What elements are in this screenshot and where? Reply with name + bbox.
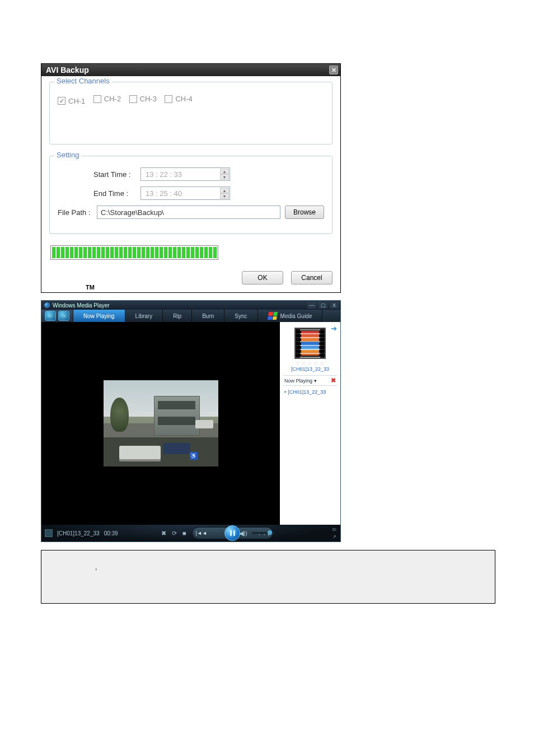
clear-playlist-icon[interactable]: ✖ [331, 377, 336, 384]
start-time-label: Start Time : [58, 170, 140, 179]
setting-legend: Setting [54, 151, 81, 159]
channel-ch1[interactable]: ✓ CH-1 [58, 97, 85, 105]
file-path-row: File Path : Browse [58, 206, 324, 219]
visualization-icon[interactable] [45, 529, 53, 537]
end-time-input[interactable]: 13 : 25 : 40 ▲ ▼ [140, 186, 230, 200]
play-pause-button[interactable] [224, 525, 240, 541]
previous-button[interactable]: |◄◄ [196, 530, 207, 536]
minimize-button[interactable]: — [307, 302, 316, 309]
progress-fill [52, 247, 217, 258]
now-playing-sidebar: ➔ ☆☆☆☆☆ [CH01]13_22_33 Now Playing ▾ ✖ [… [280, 322, 340, 525]
checkbox-icon[interactable]: ✓ [58, 97, 65, 105]
media-player-window: Windows Media Player — ▢ X ← → Now Playi… [41, 300, 341, 542]
channel-label: CH-3 [140, 95, 157, 103]
tm-mark: TM [86, 284, 95, 291]
sidebar-expand-icon[interactable]: ➔ [331, 324, 337, 333]
stray-comma: , [95, 563, 97, 571]
wmp-stage: ♿ ➔ ☆☆☆☆☆ [CH01]13_22_33 Now Playing ▾ ✖… [41, 322, 340, 525]
end-time-row: End Time : 13 : 25 : 40 ▲ ▼ [58, 186, 324, 200]
nav-buttons: ← → [41, 310, 73, 322]
corner-resize-icon[interactable]: ↗ [332, 534, 337, 539]
stop-button[interactable]: ■ [182, 530, 186, 536]
handicap-marker-icon: ♿ [190, 452, 198, 460]
end-time-label: End Time : [58, 189, 140, 198]
channel-label: CH-1 [68, 97, 85, 105]
spin-up-icon[interactable]: ▲ [220, 169, 229, 174]
chevron-down-icon: ▾ [314, 378, 317, 384]
maximize-button[interactable]: ▢ [318, 302, 327, 309]
pause-icon [230, 530, 235, 536]
window-close-button[interactable]: X [330, 302, 339, 309]
volume-knob[interactable] [268, 530, 272, 535]
checkbox-icon[interactable] [129, 95, 137, 103]
select-channels-legend: Select Channels [54, 77, 112, 85]
wmp-titlebar: Windows Media Player — ▢ X [41, 301, 340, 310]
volume-area: ◀)) [239, 525, 274, 542]
album-art-thumb[interactable] [294, 328, 326, 359]
tab-sync[interactable]: Sync [224, 310, 257, 322]
wmp-tabs: Now Playing Library Rip Burn Sync Media … [73, 310, 340, 322]
corner-top[interactable]: D: [332, 527, 337, 532]
channel-label: CH-2 [104, 95, 121, 103]
file-path-label: File Path : [58, 208, 97, 217]
thumb-label: [CH01]13_22_33 [283, 366, 337, 372]
spin-down-icon[interactable]: ▼ [220, 193, 229, 199]
spin-down-icon[interactable]: ▼ [220, 174, 229, 180]
cancel-button[interactable]: Cancel [291, 271, 332, 284]
backup-progress-bar [50, 245, 218, 260]
now-playing-dropdown[interactable]: Now Playing ▾ [284, 378, 317, 384]
wmp-toolbar: ← → Now Playing Library Rip Burn Sync Me… [41, 310, 340, 322]
start-time-row: Start Time : 13 : 22 : 33 ▲ ▼ [58, 167, 324, 181]
checkbox-icon[interactable] [165, 95, 172, 103]
rating-stars[interactable]: ☆☆☆☆☆ [283, 360, 337, 366]
wmp-app-title: Windows Media Player [53, 302, 110, 309]
channel-ch4[interactable]: CH-4 [165, 95, 192, 103]
channel-ch3[interactable]: CH-3 [129, 95, 157, 103]
tab-rip[interactable]: Rip [163, 310, 192, 322]
select-channels-group: Select Channels ✓ CH-1 CH-2 CH-3 CH-4 [49, 82, 332, 144]
avi-titlebar: AVI Backup ✕ [41, 64, 340, 76]
tab-media-guide[interactable]: Media Guide [258, 310, 323, 322]
channel-ch2[interactable]: CH-2 [93, 95, 121, 103]
tab-burn[interactable]: Burn [192, 310, 224, 322]
tab-now-playing[interactable]: Now Playing [73, 310, 125, 322]
browse-button[interactable]: Browse [285, 206, 324, 219]
video-canvas[interactable]: ♿ [41, 322, 280, 525]
avi-title: AVI Backup [46, 66, 89, 74]
file-path-input[interactable] [97, 206, 280, 219]
now-playing-header: Now Playing ▾ ✖ [283, 375, 337, 386]
ok-button[interactable]: OK [242, 271, 283, 284]
tab-media-guide-label: Media Guide [280, 313, 312, 319]
video-frame: ♿ [104, 380, 218, 466]
tab-library[interactable]: Library [125, 310, 163, 322]
repeat-button[interactable]: ⟳ [172, 530, 177, 537]
close-icon[interactable]: ✕ [329, 66, 338, 74]
wmp-app-icon [44, 302, 50, 308]
dialog-buttons: OK Cancel [49, 271, 332, 284]
elapsed-time: 00:39 [104, 530, 118, 536]
note-box [41, 550, 495, 604]
windows-flag-icon [267, 312, 277, 320]
current-file-label: [CH01]13_22_33 [57, 530, 100, 536]
channels-row: ✓ CH-1 CH-2 CH-3 CH-4 [58, 95, 324, 105]
checkbox-icon[interactable] [93, 95, 101, 103]
wmp-corner-controls: D: ↗ [332, 527, 337, 539]
mute-button[interactable]: ◀)) [239, 530, 247, 537]
wmp-transport-bar: [CH01]13_22_33 00:39 ✖ ⟳ ■ |◄◄ ►►| ◀)) [41, 525, 340, 542]
volume-slider[interactable] [252, 532, 274, 534]
shuffle-button[interactable]: ✖ [161, 530, 166, 537]
now-playing-info: [CH01]13_22_33 00:39 [45, 529, 118, 537]
setting-group: Setting Start Time : 13 : 22 : 33 ▲ ▼ En… [49, 156, 332, 234]
avi-backup-dialog: AVI Backup ✕ Select Channels ✓ CH-1 CH-2… [41, 63, 341, 293]
avi-body: Select Channels ✓ CH-1 CH-2 CH-3 CH-4 [41, 76, 340, 292]
channel-label: CH-4 [175, 95, 192, 103]
nav-forward-button[interactable]: → [58, 311, 69, 321]
spin-up-icon[interactable]: ▲ [220, 188, 229, 193]
nav-back-button[interactable]: ← [45, 311, 56, 321]
start-time-input[interactable]: 13 : 22 : 33 ▲ ▼ [140, 167, 230, 181]
end-time-value: 13 : 25 : 40 [146, 189, 182, 198]
playlist-item[interactable]: [CH01]13_22_33 [283, 388, 337, 396]
start-time-value: 13 : 22 : 33 [146, 170, 182, 179]
